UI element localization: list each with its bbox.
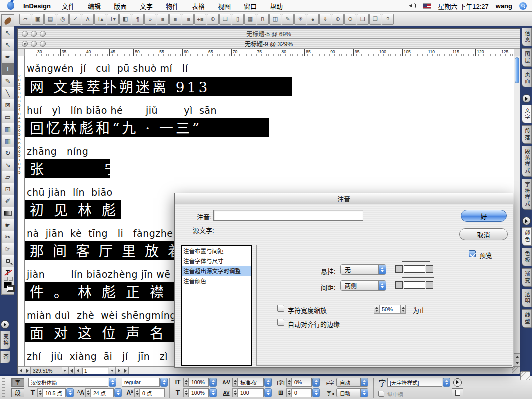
grid-count-stepper[interactable] [286, 388, 292, 397]
palette-expand-button[interactable] [522, 217, 531, 225]
grid-count-menu-stepper[interactable] [312, 388, 320, 397]
palette-tab[interactable]: 色板 [522, 248, 532, 266]
kerning-stepper[interactable] [232, 378, 238, 387]
palette-tab[interactable]: 字符样式 [522, 179, 532, 210]
font-family-field[interactable]: 汉仪楷体简 [28, 378, 108, 387]
list-item[interactable]: 注音颜色 [182, 276, 251, 286]
menu-item[interactable]: 窗口 [244, 3, 257, 10]
kerning-field[interactable]: 标准-仅 [238, 378, 264, 387]
char-width-scale-checkbox[interactable] [277, 305, 284, 312]
rotate-tool[interactable]: ↻ [1, 147, 14, 159]
highlighted-hanzi-line[interactable]: 张 宁 [25, 159, 110, 178]
panel-menu-button[interactable] [453, 378, 462, 387]
window-resize-grip[interactable] [520, 371, 530, 380]
scroll-down-button[interactable] [514, 360, 520, 366]
previous-page-button[interactable] [75, 367, 81, 375]
palette-tab[interactable]: 透明 [522, 289, 532, 307]
selection-tool[interactable]: ↖ [1, 27, 14, 39]
scale-value-field[interactable]: 50% [379, 305, 400, 314]
formatting-affects-text-icon[interactable]: T [3, 269, 13, 277]
proportional-spacing-stepper[interactable] [286, 378, 292, 387]
menu-clock[interactable]: 星期六 下午12:27 [438, 1, 489, 11]
ok-button[interactable]: 好 [461, 210, 507, 222]
page-number-field[interactable]: 1 [82, 368, 108, 374]
background-window-titlebar[interactable]: 无标题-5 @ 69% [18, 29, 520, 39]
zoom-in-icon[interactable]: ⊕ [332, 14, 344, 25]
indent-more-icon[interactable]: +≡ [194, 14, 206, 25]
font-size-field[interactable]: 10.5 点 [43, 388, 66, 397]
page-icon[interactable]: ❏ [219, 14, 231, 25]
paragraph-mode-button[interactable]: 段 [11, 388, 24, 397]
brush-icon[interactable]: ✎ [282, 14, 294, 25]
character-icon[interactable]: A [82, 14, 94, 25]
vertical-scrollbar[interactable] [514, 56, 520, 366]
vertical-scale-field[interactable]: 100% [189, 378, 209, 387]
new-doc-icon[interactable]: ❑ [357, 14, 369, 25]
numbered-list-icon[interactable]: ≡ [169, 14, 181, 25]
palette-tab[interactable]: 信息 [522, 28, 532, 46]
spotlight-icon[interactable] [519, 2, 527, 10]
vertical-grid-tool[interactable]: ▦ [1, 135, 14, 147]
tracking-menu-stepper[interactable] [264, 388, 272, 397]
zoom-level[interactable]: 329.51% [31, 368, 62, 374]
space-after-dropdown[interactable]: 自动 [336, 388, 368, 397]
dropdown-stepper[interactable] [378, 281, 386, 290]
character-style-field[interactable]: [无字符样式] [387, 378, 442, 387]
pinyin-line[interactable]: chū jiàn lín biāo [27, 187, 113, 198]
eyedropper-tool[interactable]: ✐ [1, 195, 14, 207]
highlighted-hanzi-line[interactable]: 初见林彪 [25, 200, 121, 219]
bullet-list-icon[interactable]: ≡ [157, 14, 169, 25]
pinyin-line[interactable]: zhí jiù xiàng āi jí jīn zì [27, 351, 168, 362]
pinyin-line[interactable]: jiàn lín biāozhèng jīn wē [27, 269, 171, 280]
minimize-button[interactable] [31, 41, 37, 47]
apple-menu-icon[interactable] [7, 2, 14, 10]
font-size-down-icon[interactable]: T▾ [107, 14, 119, 25]
font-size-up-icon[interactable]: T▴ [94, 14, 106, 25]
press-icon[interactable]: ● [307, 14, 319, 25]
scrollbar-thumb[interactable] [515, 57, 519, 83]
text-frame-icon[interactable]: ▯ [232, 14, 244, 25]
leading-stepper[interactable] [85, 388, 91, 397]
proportional-spacing-menu-stepper[interactable] [312, 378, 320, 387]
highlighted-hanzi-line[interactable]: 网 文集萃扑朔迷离 913 [25, 77, 292, 96]
menu-item[interactable]: 帮助 [270, 3, 283, 10]
highlighted-hanzi-line[interactable]: 回忆林彪和“九 · 一三” [25, 118, 269, 137]
font-size-stepper[interactable] [37, 388, 43, 397]
rectangle-tool[interactable]: ▭ [1, 111, 14, 123]
zoom-button[interactable] [40, 31, 46, 37]
frame-tool[interactable]: ⊠ [1, 99, 14, 111]
panel-drag-handle[interactable] [2, 378, 5, 397]
package-icon[interactable]: ◫ [269, 14, 281, 25]
vertical-scale-stepper[interactable] [183, 378, 189, 387]
panel-page-button[interactable] [452, 388, 463, 397]
horizontal-scrollbar[interactable] [129, 367, 512, 375]
palette-tab[interactable]: 变换 [0, 331, 10, 349]
proportional-spacing-field[interactable]: 0% [292, 378, 312, 387]
horizontal-scale-field[interactable]: 100% [189, 388, 209, 397]
ruby-text-input[interactable] [213, 210, 363, 221]
window-grow-box[interactable] [512, 367, 520, 375]
free-transform-tool[interactable]: ⊡ [1, 183, 14, 195]
menu-item[interactable]: 表格 [192, 3, 205, 10]
palette-tab[interactable]: 段落样式 [522, 146, 532, 177]
horizontal-scale-stepper[interactable] [183, 388, 189, 397]
font-family-stepper[interactable] [109, 378, 116, 387]
menu-item[interactable]: 物件 [166, 3, 179, 10]
tracking-stepper[interactable] [232, 388, 238, 397]
pinyin-line[interactable]: wǎngwén jí cuì pū shuò mí lí [27, 63, 188, 74]
direct-selection-tool[interactable]: ↖ [1, 39, 14, 51]
overhang-dropdown[interactable]: 无 [340, 264, 386, 275]
scale-tool[interactable]: ↘ [1, 159, 14, 171]
save-icon[interactable]: ▣ [32, 14, 44, 25]
vertical-scale-menu-stepper[interactable] [209, 378, 217, 387]
palette-tab[interactable]: 图层 [522, 48, 532, 67]
active-window-titlebar[interactable]: 无标题-9 @ 329% [18, 39, 520, 49]
menu-item[interactable]: 视图 [218, 3, 231, 10]
scroll-up-button[interactable] [514, 353, 520, 360]
pencil-tool[interactable]: ✎ [1, 75, 14, 87]
tracking-field[interactable]: 100 [238, 388, 264, 397]
kerning-menu-stepper[interactable] [264, 378, 272, 387]
ruby-settings-list[interactable]: 注音布置与间距注音字体与尺寸注音超出源文字时调整注音颜色 [181, 245, 252, 366]
app-menu[interactable]: InDesign [23, 2, 51, 10]
view-forward-button[interactable] [24, 367, 31, 375]
